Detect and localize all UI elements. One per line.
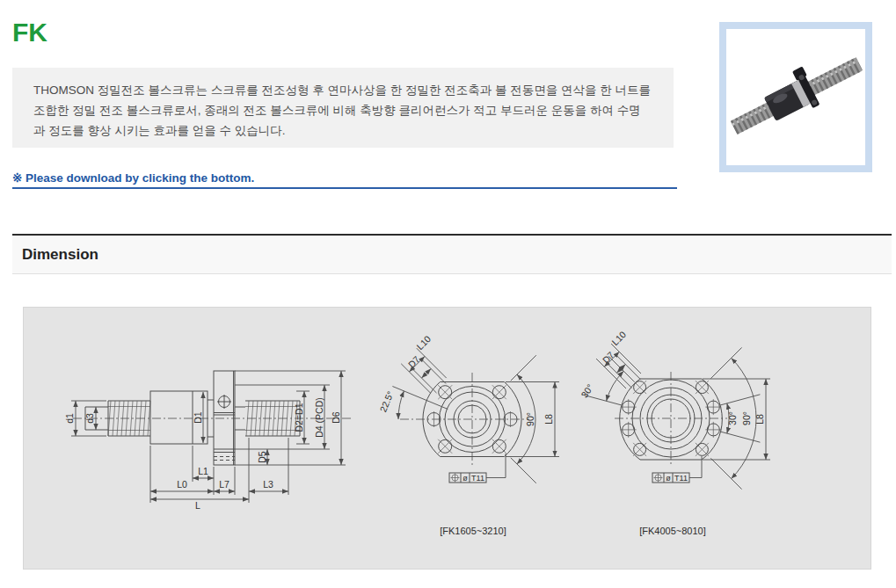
bolt-hole-symbol (217, 395, 231, 409)
front-view-fk1605: L8 90° 22.5° D7 L10 (377, 333, 559, 536)
caption-fk4005: [FK4005~8010] (639, 526, 706, 536)
label-30-left: 30° (579, 382, 595, 400)
dimension-drawing-panel: d1 d3 D1 (23, 307, 871, 570)
download-note: ※ Please download by clicking the bottom… (12, 171, 254, 185)
label-90-large: 90° (741, 411, 752, 425)
section-title: Dimension (12, 236, 98, 273)
label-225-small: 22.5° (377, 389, 396, 413)
label-d1: d1 (64, 413, 75, 424)
label-D1: D1 (193, 411, 203, 424)
label-L1: L1 (198, 466, 208, 476)
caption-fk1605: [FK1605~3210] (440, 526, 506, 536)
label-L3: L3 (263, 479, 273, 490)
front-view-fk4005: L8 90° 30° 30° D7 L10 (579, 329, 770, 536)
label-L7: L7 (219, 479, 229, 490)
tolerance-diameter-small: ø (463, 474, 468, 483)
label-L0: L0 (177, 479, 187, 490)
divider-rule (12, 187, 677, 189)
label-90-small: 90° (525, 412, 535, 426)
label-L8-small: L8 (543, 414, 554, 425)
tolerance-value-small: T11 (471, 474, 484, 483)
page-title: FK (12, 18, 47, 47)
label-D5: D5 (257, 451, 267, 463)
side-view-drawing: d1 d3 D1 (64, 371, 353, 511)
label-30-right: 30° (727, 411, 738, 425)
product-description-box: THOMSON 정밀전조 볼스크류는 스크류를 전조성형 후 연마사상을 한 정… (12, 68, 674, 148)
label-L: L (195, 500, 200, 511)
tolerance-value-large: T11 (674, 474, 688, 483)
tolerance-frame-small: ø T11 (449, 454, 506, 483)
product-description: THOMSON 정밀전조 볼스크류는 스크류를 전조성형 후 연마사상을 한 정… (33, 83, 651, 137)
label-D2: D2=D1 (294, 403, 304, 432)
tolerance-diameter-large: ø (666, 474, 671, 483)
label-d3: d3 (84, 413, 95, 424)
section-header: Dimension (12, 234, 892, 274)
label-L8-large: L8 (754, 414, 765, 425)
position-tolerance-icon (451, 474, 460, 483)
technical-drawing: d1 d3 D1 (24, 308, 871, 569)
label-D6: D6 (331, 411, 341, 424)
position-tolerance-icon (654, 474, 663, 483)
label-D4: D4 (PCD) (314, 397, 324, 438)
ball-screw-photo (726, 29, 865, 165)
product-image (719, 22, 872, 172)
